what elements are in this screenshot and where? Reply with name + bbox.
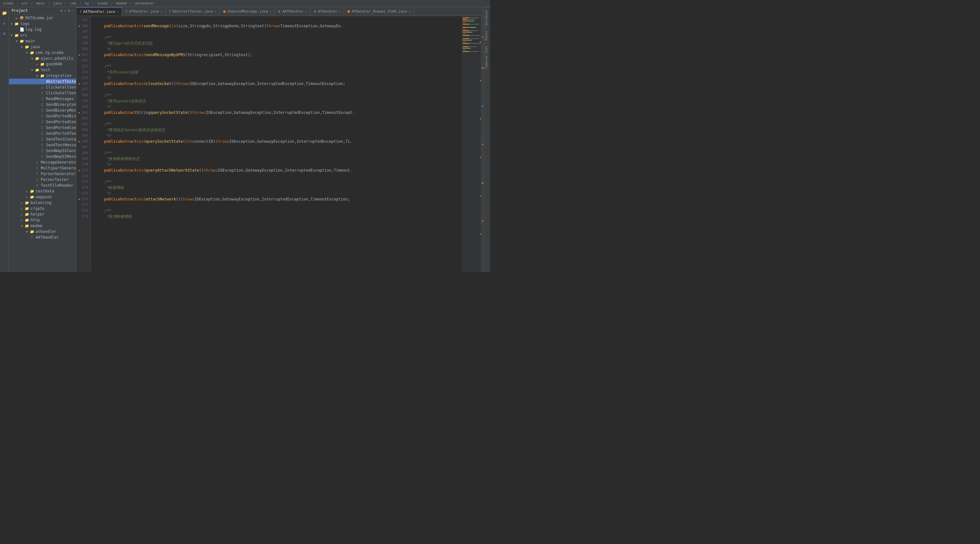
- sidebar-item-sendtextconcat[interactable]: C SendTextConcatMessage: [9, 136, 76, 142]
- code-line-162: [91, 116, 462, 121]
- tab-inboundmessage[interactable]: InboundMessage.java ✕: [220, 7, 275, 16]
- sidebar-item-sendbinary[interactable]: C SendBinaryMessage: [9, 108, 76, 113]
- sidebar-item-sendwapsi[interactable]: C SendWapSIMessage: [9, 154, 76, 159]
- line-160: 160: [76, 104, 91, 110]
- sidebar-item-test[interactable]: ▼ 📁 test: [9, 67, 76, 73]
- sidebar-item-aathandler[interactable]: C AATHandler: [9, 235, 76, 240]
- tab-aathandler[interactable]: I AATHandler.java ✕: [76, 7, 122, 16]
- code-line-168: /**: [91, 150, 462, 156]
- sidebar-item-rxtxcomm[interactable]: ▶ 📦 RXTXcomm.jar: [9, 15, 76, 21]
- line-169: 169: [76, 156, 91, 162]
- sidebar-item-sendportedconcatbinary[interactable]: C SendPortedConcatBinaryMessage: [9, 119, 76, 125]
- code-line-154: * 关闭socket连接: [91, 69, 462, 75]
- sidebar-item-testdata[interactable]: ▶ 📁 testData: [9, 188, 76, 194]
- favorites-icon[interactable]: ★: [1, 20, 8, 26]
- editor-container: I AATHandler.java ✕ I ATHandler.java ✕ C…: [76, 7, 484, 272]
- sidebar-item-sendportedbinary[interactable]: C SendPortedBinaryMessage: [9, 113, 76, 119]
- sidebar-item-crypto[interactable]: ▶ 📁 crypto: [9, 206, 76, 211]
- tab-athandler-huawei[interactable]: ATHandler_Huawei_E160.java ✕: [344, 7, 414, 16]
- tab-label-athandler-iface: ⚙ ATHandler: [314, 9, 337, 13]
- sidebar-item-ajwcc[interactable]: ▼ 📁 ajwcc.pduUtils: [9, 56, 76, 61]
- sidebar-item-wappush[interactable]: ▶ 📁 wappush: [9, 194, 76, 200]
- sidebar-item-src[interactable]: ▼ 📁 src: [9, 32, 76, 38]
- sidebar-item-sendtext[interactable]: C SendTextMessage: [9, 142, 76, 148]
- sidebar-item-balancing[interactable]: ▶ 📁 balancing: [9, 200, 76, 206]
- tab-label-inboundmessage: InboundMessage.java: [228, 9, 268, 13]
- sidebar-item-helper[interactable]: ▶ 📁 helper: [9, 211, 76, 217]
- sidebar-item-main[interactable]: ▼ 📁 main: [9, 38, 76, 44]
- tab-athandler[interactable]: I ATHandler.java ✕: [122, 7, 166, 16]
- tab-dot-athandler-huawei: [347, 10, 350, 13]
- tab-close-aathandler-iface[interactable]: ✕: [305, 10, 307, 13]
- line-167: 167: [76, 144, 91, 150]
- sidebar-item-logs[interactable]: ▼ 📁 logs: [9, 21, 76, 27]
- sidebar-item-sendbinaryconcat[interactable]: C SendBinaryConcatMessage: [9, 102, 76, 108]
- sidebar-item-com-tg-scada[interactable]: ▼ 📁 com.tg.scada: [9, 50, 76, 56]
- sidebar-item-sendportedtext[interactable]: C SendPortedTextMessage: [9, 130, 76, 136]
- code-line-159: * 查询socket连接状态: [91, 98, 462, 104]
- sidebar-item-parsertester[interactable]: C ParserTester: [9, 177, 76, 182]
- sidebar-item-modem[interactable]: ▼ 📁 modem: [9, 223, 76, 229]
- sidebar-item-readmessages[interactable]: C ReadMessages: [9, 96, 76, 102]
- maven-panel-tab[interactable]: Maven: [484, 28, 490, 43]
- close-sidebar-icon[interactable]: −: [71, 8, 73, 13]
- tab-close-abstracttester[interactable]: ✕: [215, 10, 216, 13]
- scroll-marker-5: [482, 182, 484, 184]
- tab-aathandler-iface[interactable]: ⚙ AATHandler ✕: [275, 7, 311, 16]
- tab-label-abstracttester: AbstractTester.java: [172, 9, 213, 13]
- collapse-all-icon[interactable]: ⊞: [60, 8, 63, 13]
- line-171: ▶ 171: [76, 167, 91, 173]
- tab-close-athandler-iface[interactable]: ✕: [339, 10, 341, 13]
- structure-icon[interactable]: ≡: [1, 30, 8, 36]
- tab-close-athandler-huawei[interactable]: ✕: [409, 10, 411, 13]
- left-icon-strip: 📁 ★ ≡: [0, 7, 9, 272]
- code-line-155: */: [91, 75, 462, 81]
- database-panel-tab[interactable]: Database: [484, 7, 490, 28]
- sidebar-item-parsergeneratortester[interactable]: C ParserGeneratorTester: [9, 171, 76, 177]
- tab-close-inboundmessage[interactable]: ✕: [269, 10, 271, 13]
- line-163: 163: [76, 121, 91, 127]
- sort-icon[interactable]: ↕: [64, 8, 66, 13]
- project-icon[interactable]: 📁: [1, 10, 8, 16]
- sidebar-item-loglog[interactable]: 📄 log.log: [9, 27, 76, 32]
- tab-icon-abstracttester: C: [169, 10, 171, 13]
- line-153: 153: [76, 63, 91, 69]
- line-173: 173: [76, 179, 91, 185]
- sidebar-item-sendwapsIconcat[interactable]: C SendWapSIConcatMessage: [9, 148, 76, 154]
- sidebar-item-clickatellsendport[interactable]: C ClickatellSendPortMessage: [9, 90, 76, 96]
- sidebar-item-testfilereader[interactable]: C TestFileReader: [9, 182, 76, 188]
- code-line-172: [91, 173, 462, 179]
- line-175: 175: [76, 190, 91, 196]
- line-164: 164: [76, 127, 91, 133]
- tabmine-chat-panel-tab[interactable]: Tabmine Chat: [484, 43, 490, 71]
- sidebar-item-messagegeneratortester[interactable]: C MessageGeneratorTester: [9, 159, 76, 165]
- code-line-146: public abstract int sendMessage(int size…: [91, 23, 462, 29]
- code-line-179: * 取消附着网络: [91, 214, 462, 219]
- sidebar-item-clickatellsend[interactable]: C ClickatellSendMessage: [9, 84, 76, 90]
- settings-icon[interactable]: ⚙: [68, 8, 70, 13]
- sidebar-header: Project ⊞ ↕ ⚙ −: [9, 7, 76, 14]
- code-line-163: /**: [91, 121, 462, 127]
- breadcrumb: scada / src / main / java / com / tg / s…: [3, 1, 154, 5]
- code-editor: 145 ▶ 146 147 − 148 149 150 ▶ 151: [76, 16, 484, 272]
- sidebar-item-java[interactable]: ▼ 📁 java: [9, 44, 76, 50]
- arrow-icon-166: ▶: [79, 138, 80, 144]
- tab-close-aathandler[interactable]: ✕: [116, 10, 118, 13]
- tab-close-athandler[interactable]: ✕: [160, 10, 162, 13]
- code-line-151: public abstract void sendMessageByGPRS(S…: [91, 52, 462, 58]
- line-161: ▶ 161: [76, 110, 91, 116]
- sidebar-item-integration[interactable]: ▼ 📁 integration: [9, 73, 76, 79]
- sidebar-item-sendportedconcattext[interactable]: C SendPortedConcatTextMessage: [9, 125, 76, 130]
- arrow-icon-146: ▶: [79, 23, 80, 29]
- code-content[interactable]: public abstract int sendMessage(int size…: [91, 16, 462, 272]
- sidebar-item-athandler-folder[interactable]: ▼ 📁 athandler: [9, 229, 76, 235]
- sidebar-item-abstracttester[interactable]: C AbstractTester: [9, 79, 76, 84]
- sidebar-item-gsm3040[interactable]: ▶ 📁 gsm3040: [9, 61, 76, 67]
- tab-athandler-iface[interactable]: ⚙ ATHandler ✕: [310, 7, 344, 16]
- arrow-icon-176: ▶: [79, 196, 80, 202]
- tab-abstracttester[interactable]: C AbstractTester.java ✕: [166, 7, 220, 16]
- tab-icon-athandler: I: [125, 10, 127, 13]
- fold-icon-148[interactable]: −: [79, 35, 80, 40]
- sidebar-item-multipartgeneratortester[interactable]: C MultipartGeneratorTester: [9, 165, 76, 171]
- sidebar-item-http[interactable]: ▶ 📁 http: [9, 217, 76, 223]
